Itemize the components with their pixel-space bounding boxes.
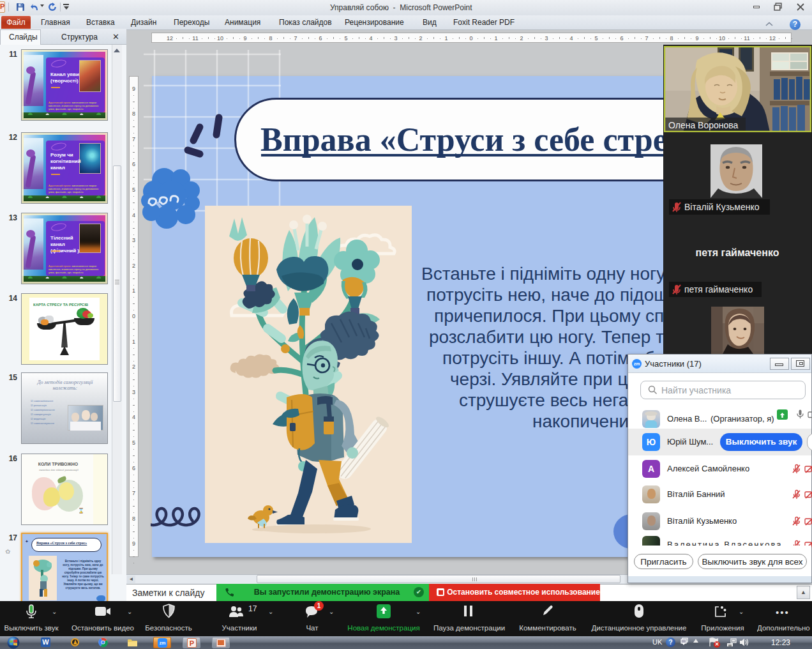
svg-text:Олена Воронова: Олена Воронова	[668, 120, 739, 130]
svg-text:петя гаймаченко: петя гаймаченко	[684, 284, 753, 294]
svg-text:Віталій Кузьменко: Віталій Кузьменко	[684, 202, 760, 212]
svg-text:петя гаймаченко: петя гаймаченко	[696, 247, 779, 258]
